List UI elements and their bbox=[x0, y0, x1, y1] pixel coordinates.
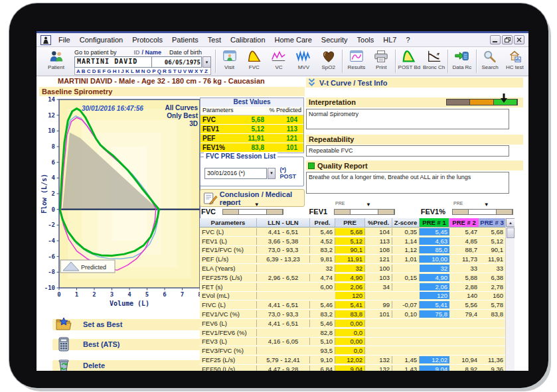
cell: 0,0 bbox=[335, 347, 365, 354]
vt-curve-header[interactable]: V-t Curve / Test Info bbox=[306, 78, 523, 88]
best-value-row-fev1: FEV15,12113 bbox=[200, 125, 303, 134]
menu-item-home-care[interactable]: Home Care bbox=[270, 34, 317, 45]
dob-dropdown-button[interactable]: ▼ bbox=[202, 56, 211, 68]
cell: FVC (L) bbox=[200, 228, 257, 235]
session-select[interactable]: 30/01/2016 (*) bbox=[204, 168, 267, 179]
cell: 11,36 bbox=[479, 356, 505, 363]
dob-input[interactable]: 06/05/1975 bbox=[151, 56, 202, 68]
fvc-button[interactable]: FVC bbox=[242, 48, 266, 75]
scrollbar-thumb[interactable] bbox=[507, 228, 515, 238]
goto-id-label[interactable]: ID bbox=[134, 49, 140, 56]
cell: 11,91 bbox=[479, 255, 505, 263]
table-row-fev3-l[interactable]: FEV3 (L)4,16 - 6,055,100,00 bbox=[200, 338, 515, 347]
table-row-fev3-fvc[interactable]: FEV3/FVC (%)93,50,0 bbox=[200, 346, 515, 356]
column-header-pred[interactable]: Pred. bbox=[310, 218, 335, 227]
best-values-panel: Best Values Parameters% Predicted FVC5,6… bbox=[200, 98, 304, 153]
table-row-fev1-l[interactable]: FEV1 (L)3,66 - 5,384,525,121131,144,634,… bbox=[200, 237, 515, 246]
patient-name-input[interactable]: MARTINI DAVID bbox=[74, 56, 151, 68]
best-values-title: Best Values bbox=[200, 98, 303, 107]
gauge-fev1: FEV1PRE▼ bbox=[309, 200, 396, 217]
table-row-fet-s[interactable]: FET (s)6,002,06342,062,882,78 bbox=[200, 283, 515, 292]
goto-name-label[interactable]: / Name bbox=[142, 49, 162, 56]
close-button[interactable] bbox=[514, 35, 524, 44]
search-button[interactable]: Search bbox=[478, 48, 503, 75]
column-header-lln-uln[interactable]: LLN - ULN bbox=[257, 218, 310, 227]
minimize-button[interactable] bbox=[490, 35, 501, 44]
hc-test-button[interactable]: HC test bbox=[503, 48, 527, 75]
chart-link-only-best[interactable]: Only Best bbox=[167, 112, 198, 119]
alphabet-index[interactable]: A B C D E F G H I J K L M N O P Q R S T … bbox=[74, 68, 211, 75]
column-header-pre-3[interactable]: PRE # 3 bbox=[479, 218, 505, 227]
cell: 108 bbox=[365, 246, 392, 253]
best-ats-button[interactable]: Best (ATS) bbox=[51, 336, 201, 352]
cell: FEV1/FVC (%) bbox=[200, 246, 257, 253]
cell: 0,0 bbox=[335, 329, 365, 336]
chart-link-3d[interactable]: 3D bbox=[189, 120, 198, 127]
mvv-button[interactable]: MVV bbox=[291, 48, 316, 75]
gauge-marker-icon: ▼ bbox=[484, 202, 489, 208]
cell: 5,47 bbox=[449, 228, 479, 235]
menu-item-security[interactable]: Security bbox=[317, 34, 353, 45]
gauge-fev1: FEV1%PRE▼ bbox=[421, 200, 513, 217]
table-row-fef50-l-s[interactable]: FEF50 (L/s)4,47 - 9,286,849,041321,439,0… bbox=[200, 365, 515, 371]
menu-item-patients[interactable]: Patients bbox=[167, 34, 203, 45]
column-header-pre-2[interactable]: PRE # 2 bbox=[449, 218, 479, 227]
cell: 5,41 bbox=[420, 301, 449, 308]
menu-item-protocols[interactable]: Protocols bbox=[127, 34, 167, 45]
cell: 1,01 bbox=[392, 255, 420, 263]
spo2-button[interactable]: SpO2 bbox=[316, 48, 341, 75]
table-row-fivc-l[interactable]: FIVC (L)4,41 - 6,515,465,4199-0,075,415,… bbox=[200, 300, 515, 310]
scroll-up-button[interactable]: ▲ bbox=[506, 218, 515, 227]
cell: FEF50 (L/s) bbox=[200, 365, 257, 371]
table-row-fev1-fvc[interactable]: FEV1/FVC (%)73,0 - 93,383,290,11081,1285… bbox=[200, 246, 515, 255]
vt-curve-title: V-t Curve / Test Info bbox=[319, 79, 387, 87]
table-row-fef25-l-s[interactable]: FEF25 (L/s)5,79 - 12,419,1012,021321,451… bbox=[200, 356, 515, 365]
cell: FEV1/FEV6 (%) bbox=[200, 329, 257, 336]
post-bd-button[interactable]: POST Bd bbox=[397, 48, 422, 75]
calculator-icon bbox=[55, 336, 72, 352]
menu-item-hl7[interactable]: HL7 bbox=[378, 34, 401, 45]
cell: 4,90 bbox=[335, 274, 365, 281]
bronc-ch-button[interactable]: Bronc Ch bbox=[422, 48, 446, 75]
table-row-ela-years[interactable]: ELA (Years)3232100323333 bbox=[200, 264, 515, 273]
vc-button[interactable]: VC bbox=[266, 48, 291, 75]
menu-item-calibration[interactable]: Calibration bbox=[226, 34, 270, 45]
column-header-pred[interactable]: %Pred. bbox=[365, 218, 392, 227]
session-dropdown-button[interactable]: ▼ bbox=[268, 168, 276, 179]
patient-summary: MARTINI DAVID - Male - Age 32 - 180 cm -… bbox=[58, 77, 265, 85]
column-header-z-score[interactable]: Z-score bbox=[392, 218, 420, 227]
chart-link-all-curves[interactable]: All Curves bbox=[165, 104, 199, 111]
table-row-fev1-vc[interactable]: FEV1/VC (%)73,0 - 93,383,283,81010,1075,… bbox=[200, 310, 515, 319]
cell: ELA (Years) bbox=[200, 265, 257, 272]
cell: FEV3/FVC (%) bbox=[200, 347, 257, 354]
menu-item-tools[interactable]: Tools bbox=[353, 34, 379, 45]
data-rc-button[interactable]: Data Rc bbox=[449, 48, 474, 75]
cell: 120 bbox=[420, 292, 449, 299]
column-header-pre[interactable]: PRE bbox=[335, 218, 365, 227]
visit-button[interactable]: Visit bbox=[217, 48, 242, 75]
cell: 2,96 - 6,52 bbox=[257, 274, 310, 281]
repeatability-header: Repeatability bbox=[306, 135, 523, 145]
table-row-fev6-l[interactable]: FEV6 (L)4,41 - 6,515,460,00 bbox=[200, 319, 515, 328]
column-header-pre-1[interactable]: PRE # 1 bbox=[420, 218, 449, 227]
table-row-fvc-l[interactable]: FVC (L)4,41 - 6,515,465,681040,355,455,4… bbox=[200, 228, 515, 237]
menu-item-configuration[interactable]: Configuration bbox=[75, 34, 127, 45]
menu-item-file[interactable]: File bbox=[54, 34, 75, 45]
table-row-evol-ml[interactable]: EVol (mL)120120140160 bbox=[200, 292, 515, 301]
cell: 3,66 - 5,38 bbox=[257, 237, 310, 245]
table-scrollbar[interactable]: ▲ bbox=[505, 218, 515, 371]
patient-button[interactable]: Patient bbox=[39, 48, 73, 75]
column-header-parameters[interactable]: Parameters bbox=[200, 218, 257, 227]
restore-button[interactable] bbox=[502, 35, 513, 44]
cell: 5,12 bbox=[335, 237, 365, 245]
delete-button[interactable]: Delete bbox=[51, 358, 201, 371]
menu-bar: FileConfigurationProtocolsPatientsTestCa… bbox=[37, 31, 528, 47]
menu-item-[interactable]: ? bbox=[401, 34, 414, 45]
table-row-fef2575-l-s[interactable]: FEF2575 (L/s)2,96 - 6,524,744,901030,154… bbox=[200, 273, 515, 283]
table-row-pef-l-s[interactable]: PEF (L/s)6,39 - 13,239,8111,911211,0110,… bbox=[200, 255, 515, 264]
results-button[interactable]: Results bbox=[344, 48, 368, 75]
table-row-fev1-fev6[interactable]: FEV1/FEV6 (%)82,80,0 bbox=[200, 328, 515, 338]
print-button[interactable]: Print bbox=[369, 48, 394, 75]
set-as-best-button[interactable]: Set as Best bbox=[51, 316, 201, 332]
menu-item-test[interactable]: Test bbox=[203, 34, 226, 45]
